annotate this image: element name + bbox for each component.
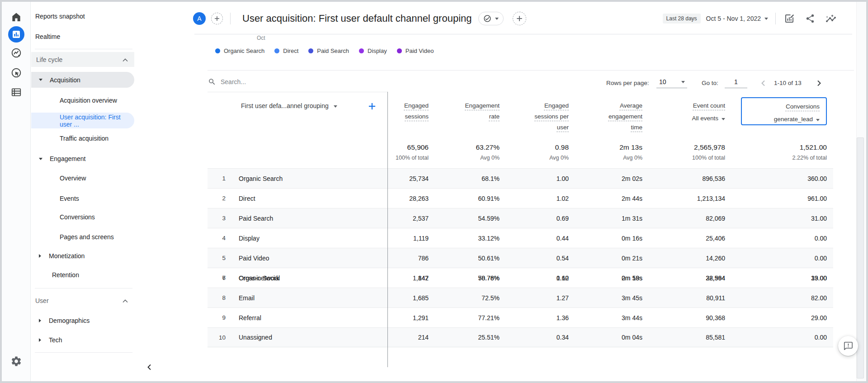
dimension-header-dropdown[interactable]: First user defa...annel grouping xyxy=(208,92,387,136)
legend-item-display[interactable]: Display xyxy=(359,47,387,54)
legend-label: Organic Search xyxy=(224,47,264,54)
metric-value: 2,537 xyxy=(387,215,435,222)
metric-value: 1.02 xyxy=(506,195,575,202)
column-header-conversions[interactable]: Conversions generate_lead xyxy=(731,92,833,136)
table-row: 4Display1,11933.12%0.440m 16s25,4060.00 xyxy=(208,228,833,248)
header-divider xyxy=(230,13,231,24)
home-icon[interactable] xyxy=(10,11,22,23)
column-header-engaged-sessions[interactable]: Engaged sessions xyxy=(387,92,435,136)
advertising-icon[interactable] xyxy=(10,67,22,79)
search-input[interactable] xyxy=(221,76,365,88)
expander-right-icon[interactable] xyxy=(39,338,41,342)
totals-note: 2.22% of total xyxy=(731,155,827,161)
column-header-label[interactable]: Engaged sessions per user xyxy=(529,100,569,133)
sidebar-item-label: Tech xyxy=(49,336,62,344)
conversion-filter-value: generate_lead xyxy=(774,116,813,123)
previous-page-icon[interactable] xyxy=(759,79,768,88)
totals-cell: 2,565,978100% of total xyxy=(649,143,731,168)
event-filter-dropdown[interactable]: All events xyxy=(649,113,725,124)
expander-right-icon[interactable] xyxy=(39,254,41,258)
share-icon[interactable] xyxy=(805,13,816,24)
column-header-label[interactable]: Engagement rate xyxy=(460,100,500,122)
rows-per-page-select[interactable]: 10 xyxy=(656,76,687,88)
metric-value: 82,069 xyxy=(649,215,731,222)
chevron-down-icon[interactable] xyxy=(764,18,768,20)
section-label: User xyxy=(35,297,49,304)
legend-label: Display xyxy=(368,47,387,54)
avatar[interactable]: A xyxy=(193,12,206,25)
chevron-down-icon xyxy=(334,105,337,108)
sidebar-item-retention[interactable]: Retention xyxy=(31,269,134,281)
date-range-selector[interactable]: Oct 5 - Nov 1, 2022 xyxy=(706,15,761,22)
metric-value: 0m 16s xyxy=(575,235,649,242)
section-header-user[interactable]: User xyxy=(31,294,134,307)
column-header-engaged-sessions-per-user[interactable]: Engaged sessions per user xyxy=(506,92,575,136)
channel-name: Display xyxy=(226,235,387,242)
next-page-icon[interactable] xyxy=(814,79,823,88)
feedback-button[interactable] xyxy=(838,336,858,356)
metric-value: 1.12 xyxy=(506,274,575,282)
metric-value: 78.76% xyxy=(435,274,506,282)
column-header-label[interactable]: Average engagement time xyxy=(603,100,642,133)
sidebar-item-conversions[interactable]: Conversions xyxy=(31,211,134,223)
totals-cell: 65,906100% of total xyxy=(387,143,435,168)
customize-report-icon[interactable] xyxy=(784,13,795,24)
metric-value: 31.00 xyxy=(731,215,833,222)
metric-value: 0.00 xyxy=(731,235,833,242)
sidebar-item-monetization[interactable]: Monetization xyxy=(31,250,134,262)
explore-icon[interactable] xyxy=(10,47,22,59)
column-header-average-engagement-time[interactable]: Average engagement time xyxy=(575,92,649,136)
column-header-label[interactable]: Event count xyxy=(693,102,725,109)
add-report-tab-button[interactable] xyxy=(513,12,526,25)
metric-value: 54.59% xyxy=(435,215,506,222)
sidebar-item-pages-and-screens[interactable]: Pages and screens xyxy=(31,231,134,243)
legend-item-paid-search[interactable]: Paid Search xyxy=(308,47,349,54)
add-comparison-button[interactable] xyxy=(211,13,223,24)
admin-gear-icon[interactable] xyxy=(10,355,22,367)
vertical-scrollbar-track[interactable] xyxy=(856,2,866,381)
sidebar-item-acquisition[interactable]: Acquisition xyxy=(31,72,134,88)
report-status-pill[interactable] xyxy=(478,12,504,25)
metric-value: 786 xyxy=(387,255,435,262)
sidebar-item-demographics[interactable]: Demographics xyxy=(31,314,134,327)
expander-down-icon[interactable] xyxy=(39,158,42,160)
conversions-header-highlight-box[interactable]: Conversions generate_lead xyxy=(741,97,827,125)
table-row: 10Unassigned21425.51%0.340m 04s85,5810.0… xyxy=(208,327,833,347)
column-header-label[interactable]: Conversions xyxy=(786,103,820,110)
reports-icon[interactable] xyxy=(8,26,24,43)
column-header-label[interactable]: Engaged sessions xyxy=(389,100,429,122)
metric-value: 1,142 xyxy=(387,274,435,282)
insights-icon[interactable] xyxy=(826,13,836,24)
legend-item-direct[interactable]: Direct xyxy=(274,47,298,54)
conversion-filter-dropdown[interactable]: generate_lead xyxy=(742,114,820,125)
sidebar-item-tech[interactable]: Tech xyxy=(31,334,134,346)
sidebar-item-realtime[interactable]: Realtime xyxy=(31,30,134,43)
column-header-event-count[interactable]: Event count All events xyxy=(649,92,731,136)
goto-page-input[interactable] xyxy=(725,78,747,85)
sidebar-item-reports-snapshot[interactable]: Reports snapshot xyxy=(31,10,134,23)
channel-name: Direct xyxy=(226,195,387,202)
library-icon[interactable] xyxy=(10,86,22,98)
sidebar-item-traffic-acquisition[interactable]: Traffic acquisition xyxy=(31,132,134,145)
sidebar-collapse-button[interactable] xyxy=(144,362,155,373)
vertical-scrollbar-thumb[interactable] xyxy=(857,137,864,378)
sidebar-item-acquisition-overview[interactable]: Acquisition overview xyxy=(31,94,134,107)
expander-down-icon[interactable] xyxy=(39,79,42,81)
header-divider xyxy=(775,13,776,24)
add-dimension-icon[interactable] xyxy=(368,102,376,112)
sidebar-item-engagement-overview[interactable]: Overview xyxy=(31,172,134,184)
legend-item-organic-search[interactable]: Organic Search xyxy=(215,47,264,54)
metric-value: 60.91% xyxy=(435,195,506,202)
legend-item-paid-video[interactable]: Paid Video xyxy=(397,47,434,54)
section-header-life-cycle[interactable]: Life cycle xyxy=(31,52,134,67)
sidebar-item-engagement[interactable]: Engagement xyxy=(31,152,134,165)
sidebar-item-events[interactable]: Events xyxy=(31,192,134,205)
column-header-engagement-rate[interactable]: Engagement rate xyxy=(435,92,506,136)
metric-value: 3m 44s xyxy=(575,314,649,322)
sidebar-item-label: Engagement xyxy=(50,155,85,162)
totals-cell: 2m 13sAvg 0% xyxy=(575,143,649,168)
report-header-right: Last 28 days Oct 5 - Nov 1, 2022 xyxy=(663,9,836,28)
page-title: User acquisition: First user default cha… xyxy=(242,13,472,24)
expander-right-icon[interactable] xyxy=(39,319,41,322)
sidebar-item-user-acquisition-selected[interactable]: User acquisition: First user ... xyxy=(31,113,134,128)
